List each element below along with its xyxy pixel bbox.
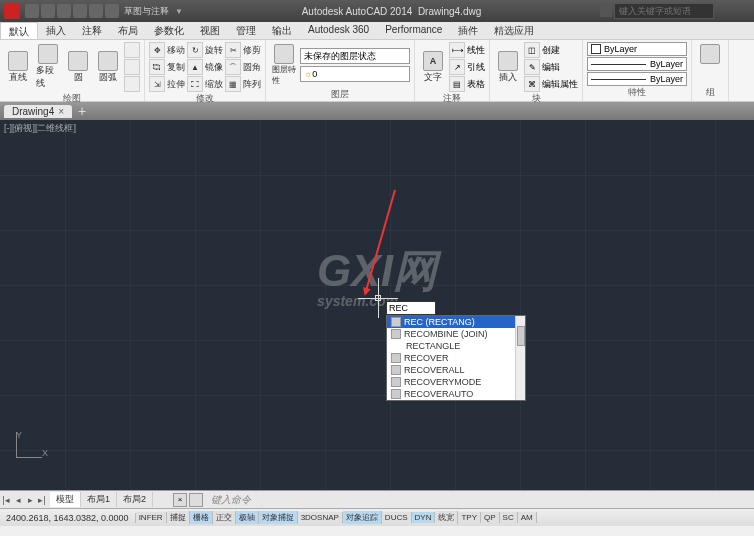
ac-item-recoverymode[interactable]: RECOVERYMODE [387, 376, 525, 388]
command-autocomplete: REC (RECTANG) RECOMBINE (JOIN) RECTANGLE… [386, 315, 526, 401]
ac-item-recoverall[interactable]: RECOVERALL [387, 364, 525, 376]
panel-props-title: 特性 [587, 86, 687, 99]
qat-open[interactable] [41, 4, 55, 18]
copy-icon[interactable]: ⿻ [149, 59, 165, 75]
linear-dim-icon[interactable]: ⟼ [449, 42, 465, 58]
text-button[interactable]: A文字 [419, 49, 447, 86]
panel-modify-title: 修改 [149, 92, 261, 105]
rotate-icon[interactable]: ↻ [187, 42, 203, 58]
cmd-icon [391, 329, 401, 339]
ribbon-tabs: 默认 插入 注释 布局 参数化 视图 管理 输出 Autodesk 360 Pe… [0, 22, 754, 40]
status-tpy[interactable]: TPY [458, 512, 481, 523]
tab-manage[interactable]: 管理 [228, 22, 264, 39]
layout-tab-2[interactable]: 布局2 [117, 492, 153, 507]
tab-featured[interactable]: 精选应用 [486, 22, 542, 39]
tab-view[interactable]: 视图 [192, 22, 228, 39]
help-search-input[interactable] [614, 3, 714, 19]
polyline-button[interactable]: 多段线 [34, 42, 62, 92]
layer-state-combo[interactable]: 未保存的图层状态 [300, 48, 410, 64]
draw-misc-2[interactable] [124, 59, 140, 75]
circle-button[interactable]: 圆 [64, 49, 92, 86]
qat-new[interactable] [25, 4, 39, 18]
move-icon[interactable]: ✥ [149, 42, 165, 58]
table-icon[interactable]: ▤ [449, 76, 465, 92]
qat-print[interactable] [105, 4, 119, 18]
command-line[interactable]: × 键入命令 [173, 493, 754, 507]
tab-annotate[interactable]: 注释 [74, 22, 110, 39]
line-button[interactable]: 直线 [4, 49, 32, 86]
tab-parametric[interactable]: 参数化 [146, 22, 192, 39]
arc-icon [98, 51, 118, 71]
status-qp[interactable]: QP [481, 512, 500, 523]
status-ortho[interactable]: 正交 [213, 511, 236, 524]
mirror-icon[interactable]: ▲ [187, 59, 203, 75]
group-button[interactable] [696, 42, 724, 66]
cmd-options-icon[interactable] [189, 493, 203, 507]
status-ducs[interactable]: DUCS [382, 512, 412, 523]
tab-performance[interactable]: Performance [377, 22, 450, 39]
app-menu-icon[interactable] [4, 3, 20, 19]
tab-layout[interactable]: 布局 [110, 22, 146, 39]
color-combo[interactable]: ByLayer [587, 42, 687, 56]
leader-icon[interactable]: ↗ [449, 59, 465, 75]
ac-item-rectangle[interactable]: RECTANGLE [387, 340, 525, 352]
layout-tab-model[interactable]: 模型 [50, 492, 81, 507]
status-otrack[interactable]: 对象追踪 [343, 511, 382, 524]
layer-props-button[interactable]: 图层特性 [270, 42, 298, 88]
fillet-icon[interactable]: ⌒ [225, 59, 241, 75]
ac-item-recombine[interactable]: RECOMBINE (JOIN) [387, 328, 525, 340]
status-dyn[interactable]: DYN [412, 512, 436, 523]
status-snap[interactable]: 捕捉 [167, 511, 190, 524]
coordinates-display[interactable]: 2400.2618, 1643.0382, 0.0000 [0, 513, 136, 523]
insert-block-button[interactable]: 插入 [494, 49, 522, 86]
layout-tab-1[interactable]: 布局1 [81, 492, 117, 507]
status-grid[interactable]: 栅格 [190, 511, 213, 524]
doc-tab-drawing4[interactable]: Drawing4× [4, 105, 72, 118]
close-icon[interactable]: × [58, 106, 64, 117]
status-osnap[interactable]: 对象捕捉 [259, 511, 298, 524]
workspace-dropdown-icon[interactable]: ▼ [175, 7, 183, 16]
new-tab-button[interactable]: + [78, 103, 86, 119]
info-icon[interactable] [600, 5, 612, 17]
lineweight-combo[interactable]: ByLayer [587, 72, 687, 86]
stretch-icon[interactable]: ⇲ [149, 76, 165, 92]
window-title: Autodesk AutoCAD 2014 Drawing4.dwg [185, 6, 598, 17]
tab-plugins[interactable]: 插件 [450, 22, 486, 39]
trim-icon[interactable]: ✂ [225, 42, 241, 58]
block-create-icon[interactable]: ◫ [524, 42, 540, 58]
scale-icon[interactable]: ⛶ [187, 76, 203, 92]
status-polar[interactable]: 极轴 [236, 511, 259, 524]
array-icon[interactable]: ▦ [225, 76, 241, 92]
qat-redo[interactable] [89, 4, 103, 18]
block-attr-icon[interactable]: ⌘ [524, 76, 540, 92]
qat-undo[interactable] [73, 4, 87, 18]
layer-current-combo[interactable]: ☼ 0 [300, 66, 410, 82]
status-3dosnap[interactable]: 3DOSNAP [298, 512, 343, 523]
ac-item-recoverauto[interactable]: RECOVERAUTO [387, 388, 525, 400]
qat-save[interactable] [57, 4, 71, 18]
block-edit-icon[interactable]: ✎ [524, 59, 540, 75]
panel-layers: 图层特性 未保存的图层状态 ☼ 0 图层 [266, 40, 415, 101]
drawing-canvas[interactable]: [-][俯视][二维线框] GXI网 system.com REC (RECTA… [0, 120, 754, 490]
dynamic-input[interactable] [386, 301, 436, 315]
tab-default[interactable]: 默认 [0, 22, 38, 39]
tab-output[interactable]: 输出 [264, 22, 300, 39]
panel-groups: 组 [692, 40, 729, 101]
status-lwt[interactable]: 线宽 [435, 511, 458, 524]
panel-block: 插入 ◫创建 ✎编辑 ⌘编辑属性 块 [490, 40, 583, 101]
layout-nav[interactable]: |◂◂▸▸| [0, 495, 50, 505]
cmd-close-icon[interactable]: × [173, 493, 187, 507]
draw-misc-3[interactable] [124, 76, 140, 92]
arc-button[interactable]: 圆弧 [94, 49, 122, 86]
linetype-combo[interactable]: ByLayer [587, 57, 687, 71]
insert-icon [498, 51, 518, 71]
status-infer[interactable]: INFER [136, 512, 167, 523]
status-am[interactable]: AM [518, 512, 537, 523]
status-sc[interactable]: SC [500, 512, 518, 523]
draw-misc-1[interactable] [124, 42, 140, 58]
tab-insert[interactable]: 插入 [38, 22, 74, 39]
ac-item-rec[interactable]: REC (RECTANG) [387, 316, 525, 328]
ac-item-recover[interactable]: RECOVER [387, 352, 525, 364]
tab-a360[interactable]: Autodesk 360 [300, 22, 377, 39]
workspace-label[interactable]: 草图与注释 [124, 5, 169, 18]
